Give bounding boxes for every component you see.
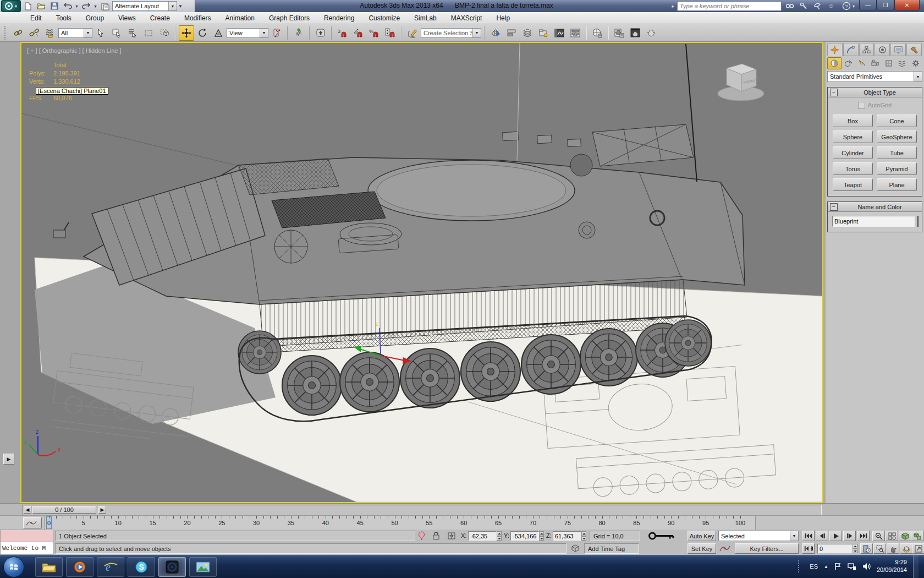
absolute-offset-toggle-icon[interactable]	[447, 531, 457, 542]
category-geometry[interactable]	[827, 57, 842, 69]
use-pivot-center-icon[interactable]	[269, 25, 284, 41]
redo-dropdown[interactable]: ▼	[94, 4, 98, 8]
create-pyramid-button[interactable]: Pyramid	[877, 162, 917, 175]
zoom-all-icon[interactable]	[886, 531, 898, 541]
reference-coordinate-dropdown[interactable]: View▼	[227, 28, 268, 38]
schematic-view-icon[interactable]	[568, 25, 583, 41]
taskbar-clock[interactable]: 9:29 20/09/2014	[877, 559, 907, 574]
menu-tools[interactable]: Tools	[49, 13, 79, 24]
y-spinner[interactable]	[539, 531, 544, 541]
create-geosphere-button[interactable]: GeoSphere	[877, 130, 917, 143]
network-icon[interactable]	[848, 563, 856, 570]
x-coordinate-input[interactable]	[468, 531, 497, 541]
edit-named-selection-sets-icon[interactable]: {ABC	[405, 25, 420, 41]
category-lights[interactable]	[855, 58, 868, 69]
material-editor-icon[interactable]	[590, 25, 605, 41]
create-torus-button[interactable]: Torus	[833, 162, 873, 175]
named-selection-set-dropdown[interactable]: Create Selection Se▼	[421, 28, 481, 38]
subscription-key-icon[interactable]	[798, 1, 809, 11]
workspace-selector[interactable]: Alternate Layout▼	[112, 1, 177, 11]
angle-snap-icon[interactable]	[351, 25, 366, 41]
viewport-label[interactable]: [ + ] [ Orthographic ] [ Hidden Line ]	[27, 47, 122, 54]
create-cylinder-button[interactable]: Cylinder	[833, 146, 873, 159]
next-frame-button[interactable]	[843, 531, 856, 541]
selection-filter-dropdown[interactable]: All▼	[58, 28, 92, 38]
zoom-region-icon[interactable]	[873, 543, 886, 554]
select-and-link-icon[interactable]	[10, 25, 26, 41]
menu-views[interactable]: Views	[111, 13, 143, 24]
create-plane-button[interactable]: Plane	[877, 178, 917, 191]
bind-to-spacewarp-icon[interactable]	[42, 25, 58, 41]
show-desktop-button[interactable]	[913, 555, 919, 578]
keyboard-shortcut-override-icon[interactable]	[313, 25, 328, 41]
maximize-button[interactable]: ❐	[877, 0, 894, 10]
create-box-button[interactable]: Box	[833, 114, 873, 127]
save-file-icon[interactable]	[48, 1, 61, 11]
z-spinner[interactable]	[581, 531, 586, 541]
menu-simlab[interactable]: SimLab	[407, 13, 444, 24]
select-and-manipulate-icon[interactable]	[291, 25, 306, 41]
minimize-button[interactable]: —	[859, 0, 877, 10]
rendered-frame-window-icon[interactable]	[628, 25, 643, 41]
select-and-scale-icon[interactable]	[211, 25, 226, 41]
tab-motion[interactable]	[875, 43, 890, 56]
menu-customize[interactable]: Customize	[361, 13, 407, 24]
rectangular-selection-region-icon[interactable]	[141, 25, 156, 41]
tab-modify[interactable]	[843, 43, 859, 56]
category-spacewarps[interactable]	[895, 58, 909, 69]
primitive-category-dropdown[interactable]: Standard Primitives▼	[827, 71, 922, 82]
communication-center-icon[interactable]	[812, 1, 823, 11]
goto-end-button[interactable]	[857, 531, 870, 541]
viewport-canvas[interactable]: z z y x	[21, 43, 822, 502]
undo-dropdown[interactable]: ▼	[75, 4, 79, 8]
tab-hierarchy[interactable]	[859, 43, 875, 56]
new-scene-icon[interactable]	[22, 1, 34, 11]
name-color-rollout-header[interactable]: − Name and Color	[828, 202, 922, 212]
render-production-icon[interactable]	[644, 25, 659, 41]
start-button[interactable]	[3, 557, 24, 577]
infocenter-collapse-icon[interactable]: ▸	[672, 3, 674, 9]
taskbar-media-player-icon[interactable]	[66, 557, 94, 577]
menu-help[interactable]: Help	[489, 13, 517, 24]
menu-maxscript[interactable]: MAXScript	[444, 13, 490, 24]
object-name-input[interactable]	[832, 216, 915, 227]
orbit-icon[interactable]	[900, 543, 912, 554]
isolate-selection-icon[interactable]	[571, 544, 580, 554]
selection-lock-icon[interactable]	[432, 532, 440, 541]
frame-spinner[interactable]	[853, 544, 857, 553]
key-mode-dropdown[interactable]: Selected▼	[718, 531, 799, 541]
taskbar-image-viewer-icon[interactable]	[189, 557, 217, 577]
menu-edit[interactable]: Edit	[23, 13, 49, 24]
macro-recorder-field[interactable]	[0, 530, 53, 542]
taskbar-explorer-icon[interactable]	[35, 557, 63, 577]
spinner-snap-icon[interactable]	[383, 25, 398, 41]
language-indicator[interactable]: ES	[810, 563, 818, 570]
search-icon[interactable]	[784, 1, 795, 11]
unlink-selection-icon[interactable]	[26, 25, 42, 41]
current-frame-input[interactable]	[817, 544, 853, 553]
project-folder-icon[interactable]	[99, 1, 111, 11]
select-object-icon[interactable]	[93, 25, 108, 41]
pan-hand-icon[interactable]	[887, 543, 899, 554]
object-color-swatch[interactable]	[917, 216, 919, 227]
mirror-icon[interactable]	[488, 25, 503, 41]
menu-animation[interactable]: Animation	[218, 13, 262, 24]
snap-toggle-3d-icon[interactable]: 3	[335, 25, 350, 41]
undo-icon[interactable]	[62, 1, 74, 11]
goto-start-button[interactable]	[802, 531, 815, 541]
taskbar-skype-icon[interactable]: S	[128, 557, 155, 577]
search-input[interactable]	[677, 1, 782, 11]
category-cameras[interactable]	[868, 58, 882, 69]
add-time-tag[interactable]: Add Time Tag	[584, 543, 639, 554]
toolbar-overflow[interactable]: ▼	[178, 4, 185, 9]
key-filters-curve-icon[interactable]	[719, 544, 730, 554]
create-sphere-button[interactable]: Sphere	[833, 130, 873, 143]
open-file-icon[interactable]	[35, 1, 47, 11]
category-shapes[interactable]	[842, 58, 855, 69]
time-slider-handle[interactable]: 0 / 100	[32, 506, 96, 514]
next-frame-arrow[interactable]: ▶	[98, 506, 106, 514]
z-coordinate-input[interactable]	[553, 531, 581, 541]
category-systems[interactable]	[909, 58, 922, 69]
layer-manager-icon[interactable]	[520, 25, 535, 41]
time-configuration-icon[interactable]	[860, 543, 873, 554]
